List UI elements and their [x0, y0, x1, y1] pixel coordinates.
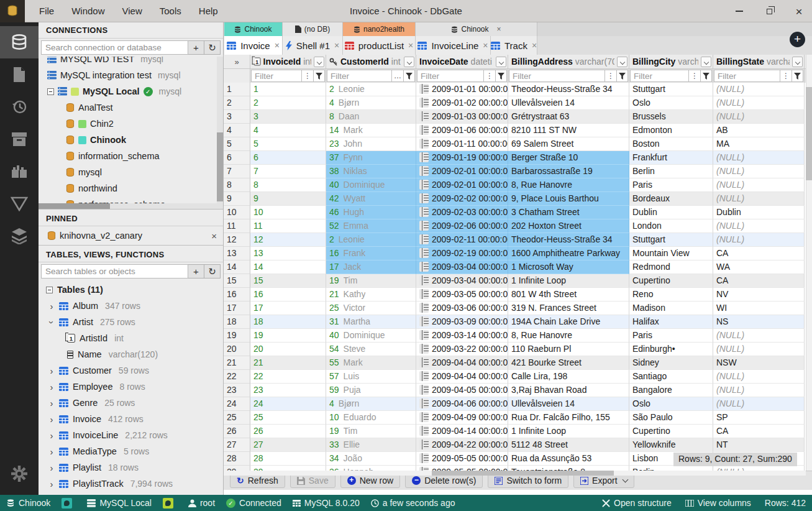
cell-billingaddress[interactable]: 1600 Amphitheatre Parkway [508, 247, 629, 260]
grid-horizontal-scrollbar[interactable] [224, 471, 806, 476]
row-number[interactable]: 5 [224, 137, 250, 151]
filter-funnel-button[interactable] [700, 70, 712, 82]
table-row[interactable]: 24 24 4Bjørn 2009-04-06 00:00:00 Ullevål… [224, 397, 812, 411]
table-tree-item[interactable]: › Invoice 412 rows [39, 411, 223, 427]
activity-databases[interactable] [0, 26, 39, 58]
date-edit-icon[interactable] [419, 385, 429, 395]
filter-input[interactable] [630, 70, 688, 82]
table-tree-item[interactable]: › Genre 25 rows [39, 395, 223, 411]
cell-billingstate[interactable]: MA [713, 137, 805, 151]
collapse-icon[interactable] [46, 287, 53, 293]
table-row[interactable]: 12 12 2Leonie 2009-02-11 00:00:00 Theodo… [224, 233, 812, 247]
connection-item[interactable]: MySQL Local ✓ mysql [39, 83, 223, 99]
cell-billingstate[interactable]: (NULL) [713, 192, 805, 206]
row-number[interactable]: 7 [224, 165, 250, 178]
activity-cell-data[interactable] [0, 188, 39, 220]
cell-billingaddress[interactable]: Ullevålsveien 14 [508, 96, 629, 110]
cell-invoiceid[interactable]: 22 [250, 370, 326, 384]
cell-invoiceid[interactable]: 13 [250, 247, 326, 260]
date-edit-icon[interactable] [419, 453, 429, 463]
cell-invoiceid[interactable]: 2 [250, 96, 326, 110]
cell-customerid[interactable]: 36Hannah [326, 466, 416, 471]
date-edit-icon[interactable] [419, 207, 429, 217]
cell-billingcity[interactable]: Brussels [629, 110, 713, 124]
tables-root[interactable]: Tables (11) [39, 282, 223, 298]
close-tab-icon[interactable]: × [532, 40, 537, 50]
cell-billingaddress[interactable]: 8210 111 ST NW [508, 124, 629, 137]
cell-billingstate[interactable]: (NULL) [713, 96, 805, 110]
chevron-right-icon[interactable]: › [48, 446, 55, 457]
cell-customerid[interactable]: 17Jack [326, 260, 416, 274]
chevron-right-icon[interactable]: › [48, 301, 55, 311]
cell-billingcity[interactable]: London [629, 219, 713, 233]
minimize-button[interactable] [732, 4, 746, 18]
cell-customerid[interactable]: 4Bjørn [326, 96, 416, 110]
cell-billingcity[interactable]: Berlin [629, 466, 713, 471]
date-edit-icon[interactable] [419, 440, 429, 449]
cell-billingaddress[interactable]: 3 Chatham Street [508, 206, 629, 219]
cell-invoicedate[interactable]: 2009-01-01 00:00:00 [416, 83, 508, 96]
cell-customerid[interactable]: 40Dominique [326, 329, 416, 343]
cell-customerid[interactable]: 23John [326, 137, 416, 151]
row-number[interactable]: 21 [224, 356, 250, 370]
close-button[interactable]: × [792, 4, 806, 18]
column-menu-chevron[interactable] [701, 57, 711, 67]
activity-archive[interactable] [0, 123, 39, 155]
column-header[interactable]: 1 InvoiceId int [250, 55, 326, 68]
close-tab-icon[interactable]: × [334, 40, 339, 50]
table-row[interactable]: 3 3 8Daan 2009-01-03 00:00:00 Grétrystra… [224, 110, 812, 124]
status-action[interactable]: Open structure [602, 498, 672, 508]
date-edit-icon[interactable] [419, 84, 429, 94]
filter-options-button[interactable]: … [391, 70, 403, 82]
cell-invoiceid[interactable]: 25 [250, 411, 326, 425]
refresh-objects-button[interactable]: ↻ [204, 264, 221, 279]
cell-billingaddress[interactable]: 5112 48 Street [508, 438, 629, 452]
column-menu-chevron[interactable] [496, 57, 506, 67]
filter-funnel-button[interactable] [616, 70, 628, 82]
cell-invoiceid[interactable]: 20 [250, 343, 326, 356]
filter-options-button[interactable]: ⋮ [780, 70, 791, 82]
cell-invoicedate[interactable]: 2009-01-06 00:00:00 [416, 124, 508, 137]
row-number[interactable]: 20 [224, 343, 250, 356]
cell-billingstate[interactable]: (NULL) [713, 110, 805, 124]
chevron-down-icon[interactable]: › [47, 319, 57, 325]
cell-billingcity[interactable]: Sidney [629, 356, 713, 370]
cell-billingaddress[interactable]: 202 Hoxton Street [508, 219, 629, 233]
cell-billingaddress[interactable]: 110 Raeburn Pl [508, 343, 629, 356]
connection-item[interactable]: Chinook [39, 132, 223, 148]
status-item[interactable]: a few seconds ago [371, 498, 455, 508]
cell-billingaddress[interactable]: Calle Lira, 198 [508, 370, 629, 384]
date-edit-icon[interactable] [419, 344, 429, 354]
cell-billingcity[interactable]: Yellowknife [629, 438, 713, 452]
row-number[interactable]: 12 [224, 233, 250, 247]
table-row[interactable]: 15 15 19Tim 2009-03-04 00:00:00 1 Infini… [224, 274, 812, 288]
cell-billingstate[interactable]: (NULL) [713, 233, 805, 247]
cell-billingstate[interactable]: NV [713, 288, 805, 302]
cell-customerid[interactable]: 8Daan [326, 110, 416, 124]
date-edit-icon[interactable] [419, 111, 429, 121]
cell-invoicedate[interactable]: 2009-04-06 00:00:00 [416, 397, 508, 411]
cell-invoiceid[interactable]: 11 [250, 219, 326, 233]
connection-item[interactable]: mysql [39, 164, 223, 180]
table-row[interactable]: 14 14 17Jack 2009-03-04 00:00:00 1 Micro… [224, 260, 812, 274]
cell-customerid[interactable]: 42Wyatt [326, 192, 416, 206]
cell-billingstate[interactable]: CA [713, 274, 805, 288]
cell-billingaddress[interactable]: 8, Rue Hanovre [508, 178, 629, 192]
cell-billingaddress[interactable]: 801 W 4th Street [508, 288, 629, 302]
cell-billingcity[interactable]: Berlin [629, 165, 713, 178]
table-tree-item[interactable]: Name varchar(120) [39, 346, 223, 362]
status-item[interactable]: MySQL Local [87, 498, 152, 508]
cell-invoicedate[interactable]: 2009-05-05 00:00:00 [416, 466, 508, 471]
cell-customerid[interactable]: 4Bjørn [326, 397, 416, 411]
expand-columns-button[interactable]: » [224, 55, 250, 68]
maximize-button[interactable] [762, 4, 776, 18]
connection-item[interactable]: information_schema [39, 148, 223, 164]
connections-search-input[interactable] [41, 40, 188, 55]
cell-customerid[interactable]: 57Luis [326, 370, 416, 384]
filter-funnel-button[interactable] [495, 70, 507, 82]
cell-billingstate[interactable]: (NULL) [713, 384, 805, 397]
status-item[interactable] [62, 498, 76, 509]
chevron-right-icon[interactable]: › [48, 414, 55, 425]
date-edit-icon[interactable] [419, 275, 429, 285]
cell-invoicedate[interactable]: 2009-02-01 00:00:00 [416, 165, 508, 178]
